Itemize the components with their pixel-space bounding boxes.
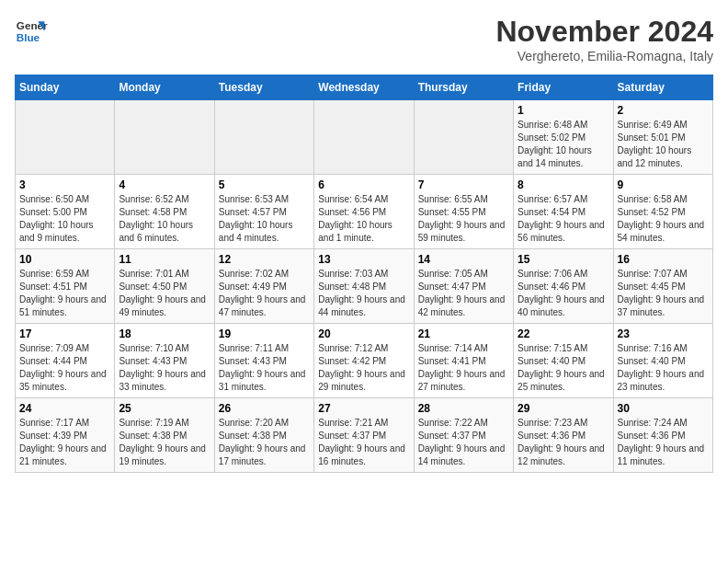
day-info: Sunrise: 6:53 AM Sunset: 4:57 PM Dayligh… — [219, 193, 310, 245]
week-row-5: 24Sunrise: 7:17 AM Sunset: 4:39 PM Dayli… — [16, 398, 713, 473]
day-info: Sunrise: 7:11 AM Sunset: 4:43 PM Dayligh… — [219, 342, 310, 394]
calendar-cell: 6Sunrise: 6:54 AM Sunset: 4:56 PM Daylig… — [314, 175, 414, 249]
day-number: 13 — [318, 253, 409, 266]
calendar-cell: 18Sunrise: 7:10 AM Sunset: 4:43 PM Dayli… — [115, 324, 214, 398]
day-info: Sunrise: 7:05 AM Sunset: 4:47 PM Dayligh… — [418, 268, 509, 319]
calendar-cell — [115, 100, 214, 175]
calendar-cell: 30Sunrise: 7:24 AM Sunset: 4:36 PM Dayli… — [613, 398, 712, 473]
calendar-cell: 26Sunrise: 7:20 AM Sunset: 4:38 PM Dayli… — [214, 398, 313, 473]
calendar-cell: 4Sunrise: 6:52 AM Sunset: 4:58 PM Daylig… — [115, 175, 214, 249]
day-number: 6 — [318, 178, 409, 191]
calendar-cell: 3Sunrise: 6:50 AM Sunset: 5:00 PM Daylig… — [16, 175, 115, 249]
day-number: 24 — [19, 402, 110, 415]
week-row-1: 1Sunrise: 6:48 AM Sunset: 5:02 PM Daylig… — [16, 100, 713, 175]
calendar-cell: 11Sunrise: 7:01 AM Sunset: 4:50 PM Dayli… — [115, 249, 214, 324]
day-info: Sunrise: 6:58 AM Sunset: 4:52 PM Dayligh… — [618, 193, 709, 245]
day-number: 17 — [19, 327, 110, 340]
day-number: 19 — [219, 327, 310, 340]
calendar-cell: 27Sunrise: 7:21 AM Sunset: 4:37 PM Dayli… — [314, 398, 414, 473]
calendar-cell — [214, 100, 313, 175]
day-number: 14 — [418, 253, 509, 266]
calendar-cell: 20Sunrise: 7:12 AM Sunset: 4:42 PM Dayli… — [314, 324, 414, 398]
calendar-cell: 16Sunrise: 7:07 AM Sunset: 4:45 PM Dayli… — [613, 249, 712, 324]
day-number: 27 — [318, 402, 409, 415]
calendar-cell — [314, 100, 414, 175]
header-wednesday: Wednesday — [314, 75, 414, 100]
day-info: Sunrise: 6:50 AM Sunset: 5:00 PM Dayligh… — [19, 193, 110, 245]
day-info: Sunrise: 7:23 AM Sunset: 4:36 PM Dayligh… — [518, 417, 609, 468]
calendar-cell: 14Sunrise: 7:05 AM Sunset: 4:47 PM Dayli… — [414, 249, 513, 324]
day-info: Sunrise: 7:20 AM Sunset: 4:38 PM Dayligh… — [219, 417, 310, 468]
day-info: Sunrise: 7:07 AM Sunset: 4:45 PM Dayligh… — [618, 268, 709, 319]
day-info: Sunrise: 7:16 AM Sunset: 4:40 PM Dayligh… — [618, 342, 709, 394]
week-row-2: 3Sunrise: 6:50 AM Sunset: 5:00 PM Daylig… — [16, 175, 713, 249]
day-number: 21 — [418, 327, 509, 340]
calendar-cell — [16, 100, 115, 175]
day-number: 25 — [119, 402, 210, 415]
calendar-cell: 21Sunrise: 7:14 AM Sunset: 4:41 PM Dayli… — [414, 324, 513, 398]
day-info: Sunrise: 7:21 AM Sunset: 4:37 PM Dayligh… — [318, 417, 409, 468]
svg-text:Blue: Blue — [17, 31, 40, 43]
calendar-cell: 29Sunrise: 7:23 AM Sunset: 4:36 PM Dayli… — [514, 398, 613, 473]
day-number: 22 — [518, 327, 609, 340]
day-info: Sunrise: 7:24 AM Sunset: 4:36 PM Dayligh… — [618, 417, 709, 468]
week-row-3: 10Sunrise: 6:59 AM Sunset: 4:51 PM Dayli… — [16, 249, 713, 324]
day-number: 29 — [518, 402, 609, 415]
day-info: Sunrise: 7:19 AM Sunset: 4:38 PM Dayligh… — [119, 417, 210, 468]
calendar-cell: 1Sunrise: 6:48 AM Sunset: 5:02 PM Daylig… — [514, 100, 613, 175]
header-sunday: Sunday — [16, 75, 115, 100]
day-number: 15 — [518, 253, 609, 266]
calendar-cell: 5Sunrise: 6:53 AM Sunset: 4:57 PM Daylig… — [214, 175, 313, 249]
day-number: 2 — [618, 104, 709, 117]
header-tuesday: Tuesday — [214, 75, 313, 100]
day-info: Sunrise: 6:52 AM Sunset: 4:58 PM Dayligh… — [119, 193, 210, 245]
day-number: 5 — [219, 178, 310, 191]
calendar-cell: 9Sunrise: 6:58 AM Sunset: 4:52 PM Daylig… — [613, 175, 712, 249]
day-number: 11 — [119, 253, 210, 266]
day-number: 3 — [19, 178, 110, 191]
calendar-subtitle: Verghereto, Emilia-Romagna, Italy — [495, 49, 713, 63]
day-info: Sunrise: 7:17 AM Sunset: 4:39 PM Dayligh… — [19, 417, 110, 468]
calendar-cell: 23Sunrise: 7:16 AM Sunset: 4:40 PM Dayli… — [613, 324, 712, 398]
day-number: 10 — [19, 253, 110, 266]
day-info: Sunrise: 7:15 AM Sunset: 4:40 PM Dayligh… — [518, 342, 609, 394]
week-row-4: 17Sunrise: 7:09 AM Sunset: 4:44 PM Dayli… — [16, 324, 713, 398]
calendar-cell — [414, 100, 513, 175]
day-number: 16 — [618, 253, 709, 266]
calendar-cell: 28Sunrise: 7:22 AM Sunset: 4:37 PM Dayli… — [414, 398, 513, 473]
day-info: Sunrise: 7:12 AM Sunset: 4:42 PM Dayligh… — [318, 342, 409, 394]
calendar-cell: 13Sunrise: 7:03 AM Sunset: 4:48 PM Dayli… — [314, 249, 414, 324]
day-number: 23 — [618, 327, 709, 340]
day-number: 26 — [219, 402, 310, 415]
header-friday: Friday — [514, 75, 613, 100]
day-number: 18 — [119, 327, 210, 340]
calendar-title: November 2024 — [495, 15, 713, 49]
header-monday: Monday — [115, 75, 214, 100]
day-number: 20 — [318, 327, 409, 340]
calendar-cell: 24Sunrise: 7:17 AM Sunset: 4:39 PM Dayli… — [16, 398, 115, 473]
day-number: 28 — [418, 402, 509, 415]
calendar-cell: 19Sunrise: 7:11 AM Sunset: 4:43 PM Dayli… — [214, 324, 313, 398]
header-thursday: Thursday — [414, 75, 513, 100]
day-info: Sunrise: 7:14 AM Sunset: 4:41 PM Dayligh… — [418, 342, 509, 394]
logo-icon: General Blue — [15, 15, 48, 48]
calendar-cell: 2Sunrise: 6:49 AM Sunset: 5:01 PM Daylig… — [613, 100, 712, 175]
calendar-cell: 12Sunrise: 7:02 AM Sunset: 4:49 PM Dayli… — [214, 249, 313, 324]
day-number: 9 — [618, 178, 709, 191]
day-info: Sunrise: 7:01 AM Sunset: 4:50 PM Dayligh… — [119, 268, 210, 319]
calendar-table: Sunday Monday Tuesday Wednesday Thursday… — [15, 75, 713, 473]
day-info: Sunrise: 6:55 AM Sunset: 4:55 PM Dayligh… — [418, 193, 509, 245]
day-info: Sunrise: 6:59 AM Sunset: 4:51 PM Dayligh… — [19, 268, 110, 319]
day-number: 4 — [119, 178, 210, 191]
day-number: 1 — [518, 104, 609, 117]
day-number: 7 — [418, 178, 509, 191]
calendar-cell: 22Sunrise: 7:15 AM Sunset: 4:40 PM Dayli… — [514, 324, 613, 398]
calendar-cell: 10Sunrise: 6:59 AM Sunset: 4:51 PM Dayli… — [16, 249, 115, 324]
day-number: 12 — [219, 253, 310, 266]
calendar-cell: 17Sunrise: 7:09 AM Sunset: 4:44 PM Dayli… — [16, 324, 115, 398]
day-info: Sunrise: 6:48 AM Sunset: 5:02 PM Dayligh… — [518, 119, 609, 170]
day-info: Sunrise: 7:03 AM Sunset: 4:48 PM Dayligh… — [318, 268, 409, 319]
header-row: Sunday Monday Tuesday Wednesday Thursday… — [16, 75, 713, 100]
calendar-cell: 7Sunrise: 6:55 AM Sunset: 4:55 PM Daylig… — [414, 175, 513, 249]
calendar-cell: 15Sunrise: 7:06 AM Sunset: 4:46 PM Dayli… — [514, 249, 613, 324]
